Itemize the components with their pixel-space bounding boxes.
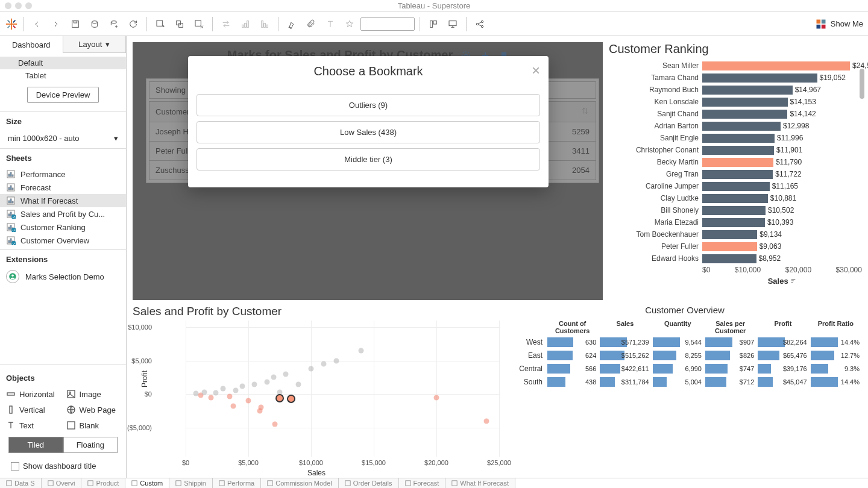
new-worksheet-button[interactable] bbox=[105, 16, 122, 33]
sort-desc-button[interactable] bbox=[256, 16, 273, 33]
rank-row[interactable]: Sanjit Chand$14,142 bbox=[609, 108, 862, 120]
bottom-tab[interactable]: Shippin bbox=[169, 478, 213, 488]
forward-button[interactable] bbox=[48, 16, 64, 33]
scatter-point-selected[interactable] bbox=[275, 394, 284, 402]
refresh-button[interactable] bbox=[125, 16, 142, 33]
object-text[interactable]: Text bbox=[5, 419, 61, 432]
highlight-button[interactable] bbox=[283, 16, 300, 33]
scatter-point[interactable] bbox=[265, 380, 270, 385]
object-vertical[interactable]: Vertical bbox=[5, 403, 61, 416]
sheet-item[interactable]: Sales and Profit by Cu... bbox=[0, 207, 126, 221]
fit-button[interactable] bbox=[425, 16, 442, 33]
swap-button[interactable] bbox=[218, 16, 234, 33]
save-button[interactable] bbox=[67, 16, 84, 33]
scatter-point[interactable] bbox=[434, 395, 439, 400]
scatter-point[interactable] bbox=[221, 386, 226, 392]
sheet-item[interactable]: What If Forecast bbox=[0, 194, 126, 207]
rank-row[interactable]: Adrian Barton$12,998 bbox=[609, 120, 862, 132]
duplicate-button[interactable] bbox=[171, 16, 188, 33]
object-blank[interactable]: Blank bbox=[65, 419, 122, 432]
rank-row[interactable]: Sanjit Engle$11,996 bbox=[609, 132, 862, 144]
rank-row[interactable]: Bill Shonely$10,502 bbox=[609, 204, 862, 216]
scatter-point[interactable] bbox=[246, 398, 251, 404]
rank-row[interactable]: Ken Lonsdale$14,153 bbox=[609, 96, 862, 108]
bookmark-item[interactable]: Middle tier (3) bbox=[197, 148, 540, 170]
bottom-tab[interactable]: Forecast bbox=[399, 478, 446, 488]
attach-button[interactable] bbox=[303, 16, 319, 33]
clear-sheet-button[interactable] bbox=[190, 16, 207, 33]
scatter-point[interactable] bbox=[239, 383, 245, 389]
sheet-item[interactable]: Performance bbox=[0, 167, 126, 181]
rank-row[interactable]: Greg Tran$11,722 bbox=[609, 168, 862, 180]
rank-row[interactable]: Christopher Conant$11,901 bbox=[609, 144, 862, 156]
object-image[interactable]: Image bbox=[65, 387, 122, 401]
device-preview-button[interactable]: Device Preview bbox=[27, 87, 99, 103]
bottom-tab[interactable]: Performa bbox=[213, 478, 261, 488]
rank-row[interactable]: Edward Hooks$8,952 bbox=[609, 252, 862, 264]
scatter-point[interactable] bbox=[202, 389, 207, 395]
sort-asc-button[interactable] bbox=[237, 16, 254, 33]
scatter-point[interactable] bbox=[359, 348, 364, 354]
bottom-tab[interactable]: Data S bbox=[0, 478, 42, 488]
scatter-point[interactable] bbox=[213, 390, 218, 396]
show-title-checkbox[interactable]: Show dashboard title bbox=[5, 458, 121, 474]
sort-icon[interactable] bbox=[790, 278, 796, 284]
scatter-point-selected[interactable] bbox=[287, 395, 295, 403]
bottom-tab[interactable]: Commission Model bbox=[261, 478, 339, 488]
rank-row[interactable]: Tom Boeckenhauer$9,134 bbox=[609, 228, 862, 240]
bookmark-item[interactable]: Outliers (9) bbox=[197, 94, 540, 116]
device-tablet[interactable]: Tablet bbox=[0, 69, 126, 82]
object-web-page[interactable]: Web Page bbox=[65, 403, 122, 416]
bottom-tab[interactable]: Product bbox=[81, 478, 125, 488]
size-select[interactable]: min 1000x620 - auto▾ bbox=[5, 131, 121, 146]
scatter-point[interactable] bbox=[231, 404, 236, 409]
show-me-button[interactable]: Show Me bbox=[815, 18, 863, 30]
device-default[interactable]: Default bbox=[0, 57, 126, 69]
window-controls[interactable] bbox=[5, 2, 32, 9]
bottom-tab[interactable]: Custom bbox=[125, 478, 169, 488]
extension-item[interactable]: Marks Selection Demo bbox=[0, 266, 126, 287]
rank-row[interactable]: Tamara Chand$19,052 bbox=[609, 72, 862, 84]
object-horizontal[interactable]: Horizontal bbox=[5, 387, 61, 401]
sheet-item[interactable]: Customer Overview bbox=[0, 234, 126, 247]
rank-row[interactable]: Becky Martin$11,790 bbox=[609, 156, 862, 168]
tab-dashboard[interactable]: Dashboard bbox=[0, 36, 63, 53]
sheet-item[interactable]: Forecast bbox=[0, 181, 126, 194]
back-button[interactable] bbox=[28, 16, 45, 33]
scatter-point[interactable] bbox=[484, 418, 489, 424]
rank-row[interactable]: Maria Etezadi$10,393 bbox=[609, 216, 862, 228]
rank-row[interactable]: Raymond Buch$14,967 bbox=[609, 84, 862, 96]
search-input[interactable] bbox=[360, 17, 415, 31]
scatter-point[interactable] bbox=[309, 366, 314, 372]
seg-tiled[interactable]: Tiled bbox=[8, 437, 63, 453]
new-data-button[interactable] bbox=[86, 16, 103, 33]
scatter-point[interactable] bbox=[227, 393, 232, 399]
sheet-item[interactable]: Customer Ranking bbox=[0, 221, 126, 234]
scatter-point[interactable] bbox=[271, 375, 276, 380]
rank-row[interactable]: Peter Fuller$9,063 bbox=[609, 240, 862, 252]
tab-layout[interactable]: Layout ▾ bbox=[63, 36, 127, 53]
scatter-point[interactable] bbox=[257, 408, 262, 414]
scatter-point[interactable] bbox=[283, 371, 289, 377]
scatter-point[interactable] bbox=[208, 395, 213, 400]
text-button[interactable] bbox=[322, 16, 339, 33]
star-button[interactable] bbox=[341, 16, 358, 33]
scatter-point[interactable] bbox=[333, 358, 339, 363]
add-sheet-button[interactable] bbox=[152, 16, 169, 33]
rank-row[interactable]: Sean Miller$24,509 bbox=[609, 60, 862, 72]
seg-floating[interactable]: Floating bbox=[63, 437, 118, 453]
rank-row[interactable]: Clay Ludtke$10,881 bbox=[609, 192, 862, 204]
scatter-point[interactable] bbox=[233, 387, 239, 393]
bottom-tab[interactable]: Order Details bbox=[339, 478, 399, 488]
bookmark-item[interactable]: Low Sales (438) bbox=[197, 121, 540, 143]
scatter-point[interactable] bbox=[296, 381, 301, 387]
bottom-tab[interactable]: What If Forecast bbox=[445, 478, 515, 488]
close-icon[interactable]: × bbox=[532, 62, 540, 79]
scatter-point[interactable] bbox=[321, 361, 326, 367]
share-button[interactable] bbox=[471, 16, 488, 33]
bottom-tab[interactable]: Overvi bbox=[42, 478, 82, 488]
scatter-point[interactable] bbox=[252, 381, 257, 387]
scatter-point[interactable] bbox=[272, 422, 277, 427]
scrollbar[interactable] bbox=[860, 69, 864, 99]
rank-row[interactable]: Caroline Jumper$11,165 bbox=[609, 180, 862, 192]
